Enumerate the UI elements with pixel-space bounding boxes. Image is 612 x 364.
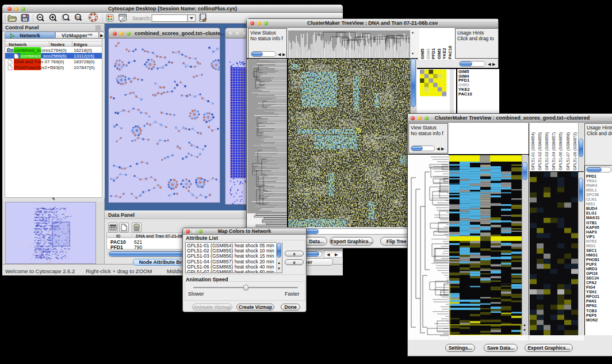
svg-text:Search:: Search:	[132, 15, 151, 21]
svg-text:1:1: 1:1	[76, 16, 80, 19]
svg-text:GPL51-02 (GSM855): GPL51-02 (GSM855)	[538, 132, 542, 170]
svg-text:GIM5: GIM5	[420, 49, 425, 59]
svg-text:PFD1: PFD1	[431, 48, 436, 59]
svg-text:PAC10: PAC10	[447, 45, 453, 59]
svg-text:GPL51-07 (GSM868): GPL51-07 (GSM868)	[566, 132, 571, 170]
svg-text:GPL51-08 (GSM872): GPL51-08 (GSM872)	[573, 132, 577, 170]
svg-text:GPL51-01 (GSM854): GPL51-01 (GSM854)	[531, 132, 536, 170]
svg-text:GIM4: GIM4	[426, 48, 431, 59]
svg-text:GPL51-04 (GSM857): GPL51-04 (GSM857)	[552, 132, 556, 170]
svg-text:GIM3: GIM3	[437, 49, 442, 59]
svg-text:GPL51-06 (GSM865): GPL51-06 (GSM865)	[559, 132, 563, 170]
svg-text:YKE2: YKE2	[442, 48, 447, 59]
svg-text:GPL51-03 (GSM856): GPL51-03 (GSM856)	[545, 132, 549, 170]
